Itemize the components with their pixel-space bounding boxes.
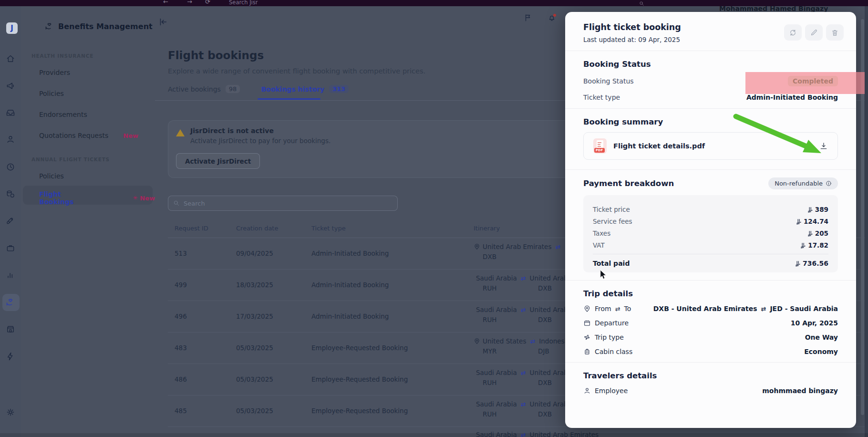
- ticket-type-row: Ticket type Admin-Initiated Booking: [583, 94, 838, 101]
- tab-active-bookings[interactable]: Active bookings 98: [168, 85, 240, 93]
- page-subtitle: Explore a wide range of convenient fligh…: [168, 67, 425, 75]
- swap-icon: ⇄: [521, 306, 526, 313]
- itinerary-from-code: RUH: [483, 284, 496, 292]
- new-badge: New: [123, 132, 138, 139]
- settings-gear-icon[interactable]: [6, 407, 15, 417]
- trash-icon: [831, 29, 839, 37]
- sparkle-icon: ✳: [133, 195, 137, 201]
- sidebar-item-endorsements[interactable]: Endorsements: [39, 111, 87, 118]
- activate-jisrdirect-button[interactable]: Activate JisrDirect: [176, 153, 260, 169]
- saudi-riyal-icon: [796, 218, 802, 225]
- plane-icon: [583, 333, 591, 341]
- marketplace-store-icon[interactable]: [6, 324, 15, 334]
- ticket-file-card[interactable]: PDF Flight ticket details.pdf: [583, 132, 838, 160]
- info-icon: [826, 180, 832, 187]
- cell-creation-date: 05/03/2025: [236, 375, 273, 383]
- travelers-heading: Travelers details: [583, 371, 838, 380]
- sidebar-item-providers[interactable]: Providers: [39, 69, 70, 76]
- download-icon[interactable]: [819, 142, 828, 150]
- itinerary-to-code: DXB: [538, 410, 552, 418]
- booking-summary-heading: Booking summary: [583, 117, 838, 126]
- pdf-file-icon: PDF: [593, 138, 607, 154]
- cell-ticket-type: Admin-Initiated Booking: [311, 281, 389, 289]
- alert-title: JisrDirect is not active: [190, 127, 274, 135]
- calendar-icon: [583, 319, 591, 327]
- alert-body: Activate JisrDirect to pay for your book…: [190, 137, 331, 145]
- swap-icon: ⇄: [615, 305, 620, 312]
- swap-icon: ⇄: [555, 243, 560, 250]
- inbox-icon[interactable]: [6, 108, 15, 117]
- panel-divider: [565, 280, 856, 281]
- pencil-icon: [810, 29, 818, 37]
- sidebar: Benefits Management HEALTH INSURANCE Pro…: [21, 6, 155, 437]
- sidebar-item-policies[interactable]: Policies: [39, 90, 64, 97]
- sync-button[interactable]: [784, 24, 802, 41]
- sidebar-section-health-insurance: HEALTH INSURANCE: [31, 53, 93, 59]
- clock-icon[interactable]: [6, 162, 15, 172]
- itinerary-to-code: DXB: [538, 379, 552, 386]
- itinerary-from-code: MYR: [483, 347, 496, 355]
- cell-ticket-type: Admin-Initiated Booking: [311, 250, 389, 257]
- col-request-id: Request ID: [175, 225, 208, 232]
- browser-reload-icon[interactable]: ⟳: [205, 0, 210, 5]
- location-pin-icon: [474, 338, 480, 344]
- new-badge: ✳ New: [133, 195, 155, 202]
- browser-back-icon[interactable]: ←: [163, 0, 168, 5]
- benefits-hand-heart-icon[interactable]: [6, 298, 15, 307]
- delete-button[interactable]: [826, 24, 844, 41]
- bottom-shade: [0, 433, 868, 437]
- payroll-coins-icon[interactable]: [6, 189, 15, 199]
- briefcase-icon[interactable]: [6, 243, 15, 253]
- rocket-icon[interactable]: [6, 216, 15, 226]
- screen-right-edge: [865, 6, 868, 437]
- cell-creation-date: 18/03/2025: [236, 281, 273, 289]
- jisr-logo[interactable]: J: [6, 22, 18, 34]
- person-icon: [583, 387, 591, 395]
- edit-button[interactable]: [805, 24, 823, 41]
- cell-creation-date: 17/03/2025: [236, 312, 273, 320]
- itinerary-to-code: DXB: [538, 316, 552, 323]
- itinerary-to-code: DJB: [538, 347, 549, 355]
- collapse-sidebar-icon[interactable]: [157, 17, 168, 27]
- cell-ticket-type: Employee-Requested Booking: [311, 407, 408, 415]
- app-screen: ← → ⟳ Search Jisr J Benefits Management …: [0, 0, 868, 437]
- home-icon[interactable]: [6, 54, 15, 63]
- announce-flag-icon[interactable]: [524, 13, 532, 22]
- user-icon[interactable]: [6, 135, 15, 144]
- browser-top-bar: ← → ⟳ Search Jisr: [0, 0, 868, 6]
- col-ticket-type: Ticket type: [311, 225, 346, 232]
- automations-bolt-icon[interactable]: [6, 352, 15, 361]
- itinerary-from-country: United Arab Emirates: [483, 243, 551, 250]
- panel-divider: [565, 362, 856, 363]
- hand-heart-icon: [45, 22, 54, 31]
- panel-divider: [565, 108, 856, 109]
- itinerary-to-code: DXB: [538, 284, 552, 292]
- payment-row: Service fees124.74: [593, 218, 828, 225]
- cell-ticket-type: Admin-Initiated Booking: [311, 312, 389, 320]
- payment-row: Taxes205: [593, 229, 828, 237]
- cell-request-id: 486: [175, 375, 187, 383]
- reports-chart-icon[interactable]: [6, 271, 15, 280]
- payment-row: VAT17.82: [593, 241, 828, 249]
- notification-dot: [553, 14, 556, 17]
- browser-search-icon[interactable]: [639, 1, 644, 6]
- cell-ticket-type: Employee-Requested Booking: [311, 344, 408, 352]
- megaphone-icon[interactable]: [6, 81, 15, 91]
- sidebar-item-policies-annual[interactable]: Policies: [39, 172, 64, 180]
- panel-actions: [784, 24, 844, 41]
- saudi-riyal-icon: [800, 242, 806, 249]
- swap-icon: ⇄: [521, 275, 526, 282]
- sidebar-item-quotations-requests[interactable]: Quotations Requests New: [39, 132, 138, 139]
- cabin-class-row: Cabin class Economy: [583, 348, 838, 355]
- ticket-file-name: Flight ticket details.pdf: [613, 142, 813, 150]
- sidebar-item-flight-bookings[interactable]: Flight Bookings ✳ New: [39, 190, 155, 206]
- location-pin-icon: [583, 305, 591, 312]
- cell-request-id: 483: [175, 344, 187, 352]
- browser-search-input[interactable]: Search Jisr: [229, 0, 258, 6]
- tab-bookings-history[interactable]: Bookings history 313: [261, 85, 349, 93]
- browser-forward-icon[interactable]: →: [187, 0, 192, 5]
- panel-divider: [565, 169, 856, 170]
- from-to-row: From ⇄ To DXB - United Arab Emirates ⇄ J…: [583, 305, 838, 312]
- table-search-input[interactable]: Search: [168, 196, 398, 211]
- cell-request-id: 496: [175, 312, 187, 320]
